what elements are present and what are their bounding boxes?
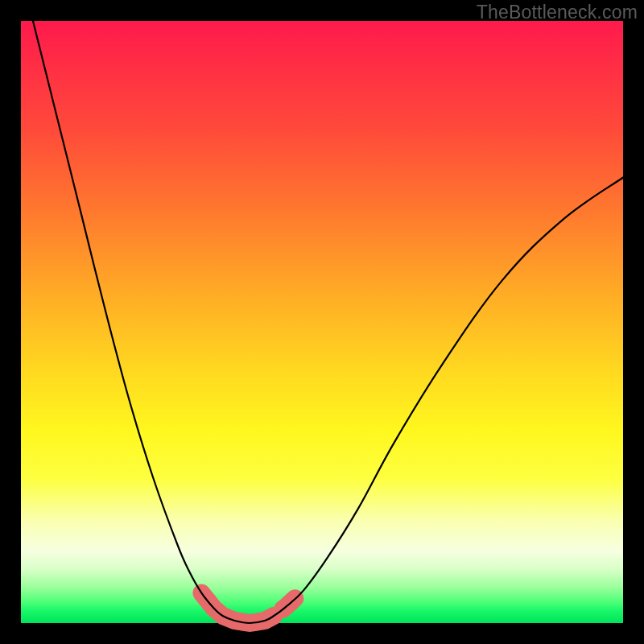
chart-overlay [21,21,623,623]
chart-frame: TheBottleneck.com [0,0,644,644]
bottleneck-curve [33,21,623,623]
highlight-segment-1 [201,593,274,623]
watermark-label: TheBottleneck.com [477,2,638,23]
